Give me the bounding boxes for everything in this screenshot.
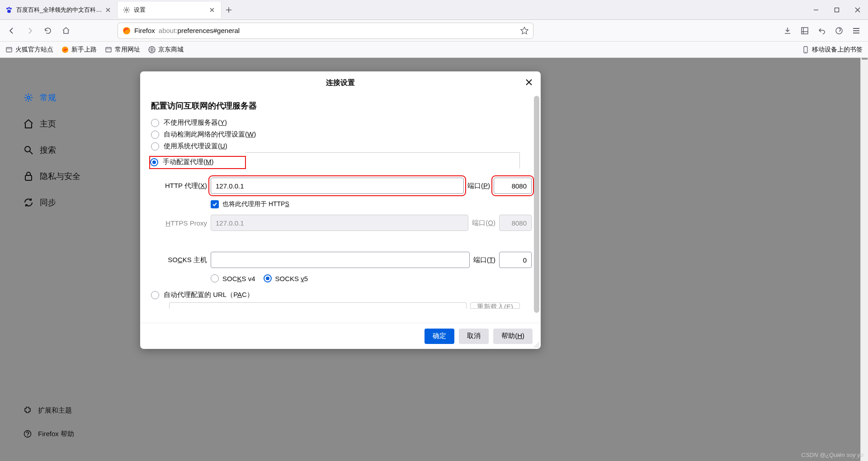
dialog-title: 连接设置 xyxy=(326,78,355,88)
extension-icon[interactable] xyxy=(832,24,846,38)
proxy-heading: 配置访问互联网的代理服务器 xyxy=(151,100,532,111)
svg-point-3 xyxy=(7,9,11,13)
urlbar-brand: Firefox xyxy=(134,27,155,34)
dialog-scrollbar[interactable] xyxy=(534,96,539,313)
socks-version-row: SOCKS v4 SOCKS v5 xyxy=(211,274,532,282)
svg-point-0 xyxy=(6,8,8,9)
menu-icon[interactable] xyxy=(849,24,863,38)
svg-point-16 xyxy=(25,146,30,152)
radio-icon xyxy=(211,274,219,282)
sidebar-item-label: 扩展和主题 xyxy=(38,406,72,415)
socks-host-row: SOCKS 主机 端口(T) xyxy=(151,252,532,268)
svg-point-15 xyxy=(27,96,30,99)
sidebar-item-general[interactable]: 常规 xyxy=(18,89,86,107)
titlebar: 百度百科_全球领先的中文百科全书 设置 xyxy=(0,0,868,20)
radio-icon xyxy=(151,119,159,127)
back-button[interactable] xyxy=(5,24,19,38)
http-proxy-label: HTTP 代理(X) xyxy=(151,182,207,190)
sidebar-item-label: 主页 xyxy=(40,118,56,129)
radio-icon xyxy=(151,131,159,139)
dialog-header: 连接设置 xyxy=(140,71,541,94)
page-scrollbar[interactable] xyxy=(860,58,868,461)
sidebar-item-label: 同步 xyxy=(40,197,56,208)
download-icon[interactable] xyxy=(780,24,795,38)
radio-manual-proxy[interactable]: 手动配置代理(M) xyxy=(150,157,245,168)
radio-pac[interactable]: 自动代理配置的 URL（PAC） xyxy=(151,291,532,299)
minimize-button[interactable] xyxy=(806,0,826,20)
close-icon[interactable] xyxy=(104,6,112,14)
radio-no-proxy[interactable]: 不使用代理服务器(Y) xyxy=(151,118,532,127)
window-controls xyxy=(806,0,868,20)
resize-handle-icon[interactable] xyxy=(533,342,540,348)
sidebar-item-search[interactable]: 搜索 xyxy=(18,141,86,159)
bookmark-item[interactable]: 京东商城 xyxy=(148,46,184,54)
svg-rect-17 xyxy=(25,175,32,180)
svg-point-2 xyxy=(10,8,12,9)
socks-port-label: 端口(T) xyxy=(473,256,495,264)
bookmark-mobile[interactable]: 移动设备上的书签 xyxy=(802,46,863,54)
nav-toolbar: Firefox about:preferences#general xyxy=(0,20,868,42)
https-proxy-row: HTTPS Proxy 端口(O) xyxy=(151,215,532,231)
https-proxy-label: HTTPS Proxy xyxy=(151,219,207,227)
socks-host-input[interactable] xyxy=(211,252,470,268)
bookmark-item[interactable]: 新手上路 xyxy=(61,46,97,54)
also-https-row[interactable]: 也将此代理用于 HTTPS xyxy=(211,200,532,208)
home-button[interactable] xyxy=(59,24,73,38)
url-bar[interactable]: Firefox about:preferences#general xyxy=(118,23,533,39)
close-icon[interactable] xyxy=(208,6,216,14)
ok-button[interactable]: 确定 xyxy=(425,329,454,344)
firefox-icon xyxy=(123,27,131,35)
https-port-input xyxy=(499,215,532,231)
svg-rect-5 xyxy=(835,8,839,12)
http-port-label: 端口(P) xyxy=(467,182,490,190)
http-port-input[interactable] xyxy=(494,178,532,194)
radio-socks5[interactable]: SOCKS v5 xyxy=(264,274,308,282)
undo-icon[interactable] xyxy=(815,24,829,38)
sidebar-item-home[interactable]: 主页 xyxy=(18,115,86,133)
sidebar-item-label: Firefox 帮助 xyxy=(38,430,74,438)
preferences-sidebar: 常规 主页 搜索 隐私与安全 同步 扩展和主题 Firefox 帮助 xyxy=(0,58,118,461)
sidebar-item-label: 常规 xyxy=(40,92,56,103)
bookmark-bar: 火狐官方站点 新手上路 常用网址 京东商城 移动设备上的书签 xyxy=(0,42,868,58)
dialog-close-button[interactable] xyxy=(523,76,535,89)
dialog-footer: 确定 取消 帮助(H) xyxy=(140,323,541,349)
tab-baidu[interactable]: 百度百科_全球领先的中文百科全书 xyxy=(0,2,118,18)
dialog-body: 配置访问互联网的代理服务器 不使用代理服务器(Y) 自动检测此网络的代理设置(W… xyxy=(140,94,541,323)
sidebar-item-extensions[interactable]: 扩展和主题 xyxy=(18,401,80,419)
screenshot-icon[interactable] xyxy=(797,24,812,38)
radio-icon xyxy=(264,274,272,282)
cancel-button[interactable]: 取消 xyxy=(459,329,489,344)
pac-reload-button: 重新载入(E) xyxy=(470,302,520,309)
connection-settings-dialog: 连接设置 配置访问互联网的代理服务器 不使用代理服务器(Y) 自动检测此网络的代… xyxy=(140,71,541,349)
sidebar-item-privacy[interactable]: 隐私与安全 xyxy=(18,167,86,185)
help-button[interactable]: 帮助(H) xyxy=(493,329,533,344)
svg-point-19 xyxy=(27,436,28,437)
http-proxy-input[interactable] xyxy=(211,178,464,194)
new-tab-button[interactable] xyxy=(222,7,236,13)
forward-button[interactable] xyxy=(23,24,37,38)
radio-icon xyxy=(151,142,159,151)
radio-socks4[interactable]: SOCKS v4 xyxy=(211,274,255,282)
sidebar-item-label: 搜索 xyxy=(40,145,56,155)
tab-title: 百度百科_全球领先的中文百科全书 xyxy=(16,6,104,14)
close-window-button[interactable] xyxy=(847,0,868,20)
https-port-label: 端口(O) xyxy=(472,219,495,227)
reload-button[interactable] xyxy=(41,24,55,38)
bookmark-item[interactable]: 常用网址 xyxy=(105,46,140,54)
sidebar-item-help[interactable]: Firefox 帮助 xyxy=(18,425,80,443)
socks-port-input[interactable] xyxy=(499,252,532,268)
maximize-button[interactable] xyxy=(826,0,847,20)
http-proxy-row: HTTP 代理(X) 端口(P) xyxy=(151,178,532,194)
bookmark-star-icon[interactable] xyxy=(520,27,528,35)
radio-icon xyxy=(150,158,158,166)
svg-rect-9 xyxy=(6,47,12,52)
gear-icon xyxy=(123,6,130,14)
radio-system-proxy[interactable]: 使用系统代理设置(U) xyxy=(151,142,532,151)
radio-auto-detect[interactable]: 自动检测此网络的代理设置(W) xyxy=(151,130,532,139)
sidebar-item-sync[interactable]: 同步 xyxy=(18,193,86,212)
svg-rect-11 xyxy=(106,47,111,52)
https-proxy-input xyxy=(211,215,468,231)
socks-host-label: SOCKS 主机 xyxy=(151,256,207,264)
bookmark-item[interactable]: 火狐官方站点 xyxy=(5,46,53,54)
tab-settings[interactable]: 设置 xyxy=(118,2,222,18)
